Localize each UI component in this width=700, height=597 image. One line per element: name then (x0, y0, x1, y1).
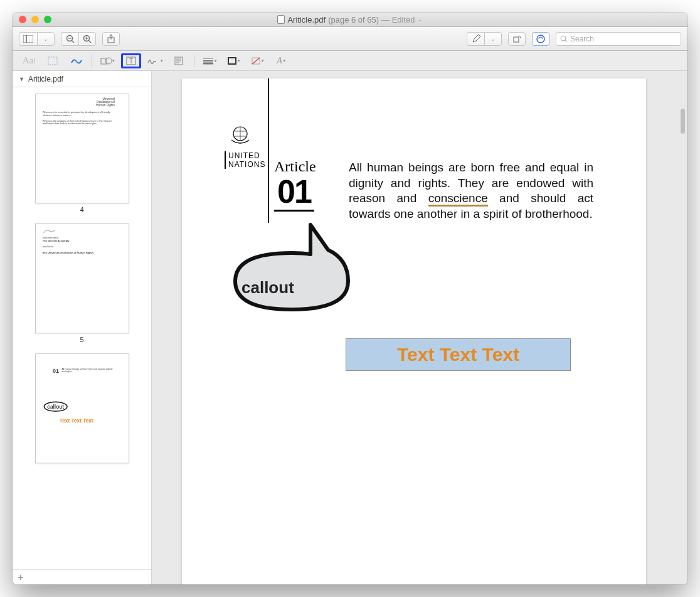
search-field[interactable]: Search (556, 32, 681, 46)
svg-rect-12 (514, 37, 519, 42)
markup-button[interactable] (532, 32, 549, 46)
share-button[interactable] (102, 32, 120, 46)
underlined-text: conscience (428, 191, 488, 207)
thumbnail-list[interactable]: UniversalDeclaration ofHuman Rights Wher… (13, 87, 151, 569)
svg-line-3 (72, 40, 74, 43)
svg-point-13 (537, 35, 544, 43)
shape-button[interactable]: ▾ (97, 53, 117, 68)
highlight-dropdown[interactable]: ⌄ (484, 32, 502, 46)
fill-color-button[interactable]: ▾ (247, 53, 267, 68)
svg-point-14 (561, 36, 566, 41)
thumbnail-item[interactable]: 01 All human beings are born free and eq… (35, 353, 129, 466)
un-logo-icon (228, 122, 253, 148)
un-logo-block: UNITED NATIONS (212, 122, 268, 169)
title-page-info: (page 6 of 65) (328, 15, 379, 24)
main-toolbar: ⌄ ⌄ Search (13, 27, 687, 51)
title-filename: Ariticle.pdf (287, 15, 326, 24)
callout-text[interactable]: callout (241, 278, 294, 298)
title-dropdown-icon[interactable]: ⌄ (418, 16, 423, 23)
note-button[interactable] (169, 53, 189, 68)
callout-annotation[interactable]: callout (216, 222, 361, 331)
text-box-button[interactable]: T (121, 53, 141, 68)
border-weight-button[interactable]: ▾ (199, 53, 220, 68)
sidebar-header[interactable]: ▼ Ariticle.pdf (13, 71, 151, 87)
sign-button[interactable]: ▾ (145, 53, 165, 68)
un-text-2: NATIONS (228, 160, 265, 169)
view-mode-dropdown[interactable]: ⌄ (37, 32, 55, 46)
textbox-text[interactable]: Text Text Text (397, 344, 519, 365)
rect-select-button[interactable] (43, 53, 63, 68)
svg-marker-11 (473, 35, 480, 42)
thumbnail-item[interactable]: Now therefore,The General Assemblyprocla… (35, 223, 129, 343)
traffic-lights (19, 16, 51, 23)
document-view[interactable]: UNITED NATIONS Article 01 All human bein… (152, 71, 687, 584)
titlebar: Ariticle.pdf (page 6 of 65) — Edited ⌄ (13, 13, 687, 27)
zoom-out-button[interactable] (61, 32, 78, 46)
add-page-button[interactable]: + (18, 572, 23, 583)
thumbnail-label: 5 (35, 336, 129, 343)
sketch-button[interactable] (66, 53, 87, 68)
pdf-page: UNITED NATIONS Article 01 All human bein… (182, 78, 646, 584)
document-icon (277, 15, 285, 24)
textbox-annotation[interactable]: Text Text Text (346, 338, 571, 371)
article-body: All human beings are born free and equal… (349, 160, 593, 222)
thumbnail-item[interactable]: UniversalDeclaration ofHuman Rights Wher… (35, 94, 129, 213)
sidebar-footer: + (13, 569, 151, 584)
svg-line-15 (565, 40, 567, 42)
svg-rect-16 (48, 57, 57, 65)
border-color-button[interactable]: ▾ (223, 53, 243, 68)
app-window: Ariticle.pdf (page 6 of 65) — Edited ⌄ ⌄ (13, 13, 687, 584)
font-style-button[interactable]: A▾ (271, 53, 291, 68)
window-title: Ariticle.pdf (page 6 of 65) — Edited ⌄ (13, 15, 687, 24)
svg-line-6 (88, 40, 91, 43)
zoom-window-button[interactable] (44, 16, 51, 23)
svg-text:T: T (129, 58, 133, 65)
text-style-button[interactable]: AaI (19, 53, 39, 68)
thumbnail-sidebar: ▼ Ariticle.pdf UniversalDeclaration ofHu… (13, 71, 152, 584)
highlight-button[interactable] (467, 32, 484, 46)
close-window-button[interactable] (19, 16, 26, 23)
markup-toolbar: AaI ▾ T ▾ ▾ ▾ ▾ A▾ (13, 51, 687, 71)
svg-rect-1 (26, 35, 33, 43)
search-icon (560, 35, 568, 43)
view-mode-button[interactable] (19, 32, 37, 46)
rotate-button[interactable] (508, 32, 526, 46)
article-number: 01 (277, 173, 311, 210)
thumbnail-label: 4 (35, 206, 129, 213)
svg-line-30 (252, 58, 260, 64)
zoom-in-button[interactable] (78, 32, 96, 46)
title-edited: — Edited (381, 15, 415, 24)
disclosure-triangle-icon: ▼ (19, 76, 24, 82)
svg-rect-0 (23, 35, 26, 43)
sidebar-title: Ariticle.pdf (28, 75, 63, 83)
un-text-1: UNITED (228, 151, 260, 160)
minimize-window-button[interactable] (31, 16, 39, 23)
svg-rect-28 (228, 58, 236, 64)
scrollbar[interactable] (681, 109, 685, 134)
search-placeholder: Search (570, 35, 594, 43)
